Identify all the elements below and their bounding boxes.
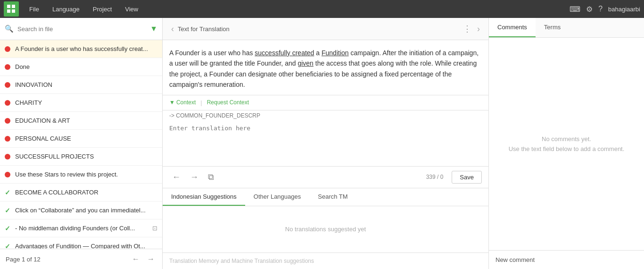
list-item[interactable]: ✓- No middleman dividing Founders (or Co… — [0, 219, 162, 237]
translation-toolbar: ← → ⧉ 339 / 0 Save — [163, 166, 488, 188]
new-comment-area: New comment — [489, 250, 644, 269]
pagination-next[interactable]: → — [145, 254, 157, 264]
svg-rect-2 — [7, 9, 10, 13]
right-tab-terms[interactable]: Terms — [536, 18, 569, 37]
context-toggle[interactable]: ▼ Context — [169, 99, 196, 106]
status-dot-red — [5, 172, 10, 177]
translation-input[interactable] — [169, 125, 482, 162]
main-area: 🔍 ▼ A Founder is a user who has successf… — [0, 18, 644, 269]
pagination: Page 1 of 12 ← → — [0, 249, 162, 269]
filter-icon[interactable]: ▼ — [150, 25, 157, 33]
status-check-green: ✓ — [5, 189, 10, 196]
suggestion-tab-indonesian[interactable]: Indonesian Suggestions — [163, 188, 245, 206]
context-bar: ▼ Context | Request Context — [163, 95, 488, 110]
save-button[interactable]: Save — [452, 171, 482, 184]
next-segment-btn[interactable]: → — [187, 170, 201, 184]
list-item[interactable]: A Founder is a user who has successfully… — [0, 40, 162, 58]
prev-segment-btn[interactable]: ← — [169, 170, 183, 184]
app-grid-icon[interactable] — [4, 1, 19, 17]
context-key: -> COMMON_FOUNDER_DESCRP — [163, 110, 488, 121]
no-comments-line2: Use the text field below to add a commen… — [509, 145, 625, 152]
list-item-text: SUCCESSFULL PROJECTS — [15, 153, 157, 160]
status-dot-red — [5, 118, 10, 124]
status-check-green: ✓ — [5, 243, 10, 249]
pagination-nav: ← → — [130, 254, 157, 264]
list-item-text: Use these Stars to review this project. — [15, 171, 157, 178]
svg-rect-1 — [12, 5, 15, 8]
list-item-text: BECOME A COLLABORATOR — [15, 189, 157, 196]
right-panel-content: No comments yet. Use the text field belo… — [489, 38, 644, 250]
help-icon[interactable]: ? — [598, 5, 603, 13]
status-dot-red — [5, 100, 10, 106]
list-item-text: EDUCATION & ART — [15, 117, 157, 124]
status-dot-red — [5, 136, 10, 142]
settings-icon[interactable]: ⚙ — [586, 5, 593, 14]
suggestion-content: No translations suggested yet — [163, 206, 488, 252]
translation-header: ‹ Text for Translation ⋮ › — [163, 18, 488, 40]
list-item[interactable]: ✓Click on “Collaborate” and you can imme… — [0, 202, 162, 219]
left-panel: 🔍 ▼ A Founder is a user who has successf… — [0, 18, 163, 269]
request-context-link[interactable]: Request Context — [207, 99, 249, 106]
collapse-left-btn[interactable]: ‹ — [169, 24, 176, 34]
list-item-text: Click on “Collaborate” and you can immed… — [15, 207, 157, 214]
copy-source-btn[interactable]: ⧉ — [205, 170, 217, 184]
translation-header-title: Text for Translation — [176, 25, 463, 33]
new-comment-label: New comment — [495, 256, 535, 263]
pagination-prev[interactable]: ← — [130, 254, 141, 264]
status-dot-red — [5, 154, 10, 160]
pagination-text: Page 1 of 12 — [6, 256, 41, 263]
suggestion-tab-tm[interactable]: Search TM — [309, 188, 356, 206]
list-item-text: A Founder is a user who has successfully… — [15, 45, 157, 52]
menubar: File Language Project View ⌨ ⚙ ? bahagia… — [0, 0, 644, 18]
list-item-text: PERSONAL CAUSE — [15, 135, 157, 142]
translation-menu-icon[interactable]: ⋮ — [463, 24, 471, 34]
status-check-green: ✓ — [5, 225, 10, 232]
status-dot-red — [5, 82, 10, 88]
right-panel: CommentsTerms No comments yet. Use the t… — [488, 18, 644, 269]
menu-view[interactable]: View — [118, 0, 145, 18]
no-suggestions-text: No translations suggested yet — [285, 226, 366, 233]
menu-file[interactable]: File — [23, 0, 46, 18]
menubar-right: ⌨ ⚙ ? bahagiaarbi — [570, 5, 640, 14]
list-item[interactable]: INNOVATION — [0, 76, 162, 94]
no-comments-line1: No comments yet. — [542, 135, 591, 143]
menu-project[interactable]: Project — [86, 0, 118, 18]
suggestion-tab-other[interactable]: Other Languages — [245, 188, 309, 206]
list-item[interactable]: PERSONAL CAUSE — [0, 130, 162, 148]
svg-rect-0 — [7, 5, 10, 8]
menu-language[interactable]: Language — [46, 0, 86, 18]
search-input[interactable] — [17, 25, 150, 33]
status-dot-red — [5, 64, 10, 70]
list-item-text: CHARITY — [15, 99, 157, 106]
right-panel-tabs: CommentsTerms — [489, 18, 644, 38]
list-item[interactable]: ✓Advantages of Fundition — Compared with… — [0, 237, 162, 249]
status-check-green: ✓ — [5, 207, 10, 214]
tm-footer: Translation Memory and Machine Translati… — [163, 252, 488, 269]
svg-rect-3 — [12, 9, 15, 13]
list-item-text: - No middleman dividing Founders (or Col… — [15, 225, 152, 232]
list-item-text: Done — [15, 63, 157, 70]
list-item[interactable]: EDUCATION & ART — [0, 112, 162, 130]
right-tab-comments[interactable]: Comments — [489, 18, 536, 37]
suggestion-tabs: Indonesian SuggestionsOther LanguagesSea… — [163, 188, 488, 206]
list-item-text: Advantages of Fundition — Compared with … — [15, 243, 157, 249]
status-dot-red — [5, 46, 10, 52]
char-count: 339 / 0 — [426, 174, 444, 180]
list-item-action-icon[interactable]: ⊡ — [152, 225, 157, 232]
username[interactable]: bahagiaarbi — [608, 6, 640, 13]
collapse-right-btn[interactable]: › — [475, 24, 482, 34]
list-item[interactable]: Done — [0, 58, 162, 76]
source-text-area: A Founder is a user who has successfully… — [163, 40, 488, 95]
center-panel: ‹ Text for Translation ⋮ › A Founder is … — [163, 18, 488, 269]
list-item[interactable]: SUCCESSFULL PROJECTS — [0, 148, 162, 166]
search-icon: 🔍 — [5, 25, 14, 33]
search-bar: 🔍 ▼ — [0, 18, 162, 40]
source-text: A Founder is a user who has successfully… — [169, 48, 482, 90]
keyboard-icon[interactable]: ⌨ — [570, 5, 580, 14]
list-item[interactable]: ✓BECOME A COLLABORATOR — [0, 184, 162, 202]
list-item-text: INNOVATION — [15, 81, 157, 88]
translation-list: A Founder is a user who has successfully… — [0, 40, 162, 249]
list-item[interactable]: Use these Stars to review this project. — [0, 166, 162, 184]
list-item[interactable]: CHARITY — [0, 94, 162, 112]
translation-textarea-wrap — [163, 121, 488, 166]
